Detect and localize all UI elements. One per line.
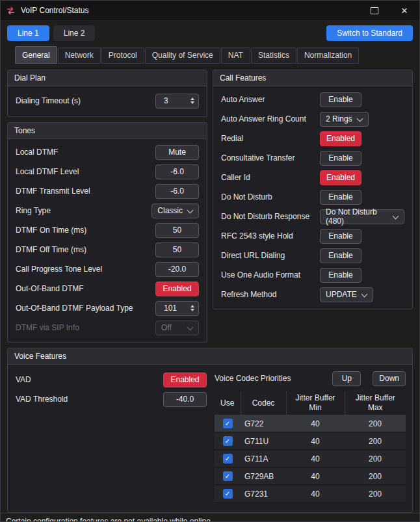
codec-use-checkbox[interactable]: ✓ — [223, 436, 233, 446]
tab-normalization[interactable]: Normalization — [297, 47, 359, 64]
tab-network[interactable]: Network — [58, 47, 101, 64]
voice-features-group: Voice Features VAD Enabled VAD Threshold… — [7, 348, 413, 513]
dnd-response-select[interactable]: Do Not Disturb (480) — [320, 209, 404, 224]
rfc2543-hold-toggle[interactable]: Enable — [320, 229, 361, 244]
codec-table-row[interactable]: ✓ G711U 40 200 — [215, 432, 406, 450]
codec-table-row[interactable]: ✓ G729AB 40 200 — [215, 467, 406, 485]
out-of-band-dtmf-toggle[interactable]: Enabled — [155, 281, 199, 296]
auto-answer-toggle[interactable]: Enable — [320, 92, 361, 107]
auto-answer-ring-count-select[interactable]: 2 Rings — [320, 112, 369, 127]
chevron-down-icon — [187, 324, 194, 330]
spinner-arrows-icon[interactable] — [190, 98, 194, 104]
tab-general[interactable]: General — [15, 46, 57, 64]
codec-table-row[interactable]: ✓ G7231 40 200 — [215, 485, 406, 502]
left-column: Dial Plan Dialing Timeout (s) 3 Tones — [7, 70, 207, 343]
tab-quality-of-service[interactable]: Quality of Service — [145, 47, 220, 64]
refresh-method-row: Refresh Method UPDATE — [221, 285, 404, 304]
window-title: VoIP Control/Status — [21, 6, 89, 15]
do-not-disturb-toggle[interactable]: Enable — [320, 190, 361, 205]
jitter-min-cell: 40 — [286, 432, 345, 450]
codec-use-checkbox[interactable]: ✓ — [223, 489, 233, 499]
select-value: Off — [161, 323, 172, 332]
window-controls: ✕ — [360, 1, 419, 20]
codec-name-cell: G7231 — [241, 485, 286, 502]
codec-name-cell: G711A — [241, 450, 286, 467]
maximize-button[interactable] — [360, 1, 389, 20]
line-1-tab[interactable]: Line 1 — [7, 25, 49, 41]
dnd-response-row: Do Not Disturb Response Do Not Disturb (… — [221, 207, 404, 226]
switch-to-standard-button[interactable]: Switch to Standard — [326, 25, 413, 41]
vad-threshold-field[interactable]: -40.0 — [163, 392, 207, 407]
setting-label: RFC 2543 style Hold — [221, 231, 320, 241]
codec-use-checkbox[interactable]: ✓ — [223, 419, 233, 428]
call-progress-tone-level-field[interactable]: -20.0 — [155, 262, 199, 277]
dtmf-off-time-row: DTMF Off Time (ms) 50 — [16, 240, 199, 259]
titlebar: VoIP Control/Status ✕ — [1, 1, 419, 20]
dtmf-on-time-row: DTMF On Time (ms) 50 — [16, 220, 199, 240]
oob-dtmf-payload-spinner[interactable]: 101 — [155, 301, 199, 316]
codec-up-button[interactable]: Up — [332, 371, 361, 386]
maximize-icon — [371, 7, 378, 14]
setting-label: Do Not Disturb Response — [221, 212, 320, 221]
codec-table-row[interactable]: ✓ G722 40 200 — [215, 415, 406, 433]
codec-name-cell: G711U — [241, 432, 286, 450]
setting-label: Redial — [221, 134, 320, 143]
chevron-down-icon — [356, 115, 363, 122]
redial-row: Redial Enabled — [221, 129, 404, 148]
spinner-arrows-icon[interactable] — [190, 305, 194, 311]
tab-nat[interactable]: NAT — [221, 47, 250, 64]
chevron-down-icon — [393, 213, 399, 219]
voice-codec-priorities-panel: Voice Codec Priorities Up Down Use Codec… — [215, 370, 406, 503]
redial-toggle[interactable]: Enabled — [320, 131, 361, 146]
rfc2543-hold-row: RFC 2543 style Hold Enable — [221, 226, 404, 246]
spinner-value: 3 — [164, 96, 168, 105]
vad-row: VAD Enabled — [16, 370, 207, 389]
setting-label: Do Not Disturb — [221, 192, 320, 202]
voice-features-group-title: Voice Features — [8, 348, 412, 365]
codec-use-checkbox[interactable]: ✓ — [223, 454, 233, 463]
codec-priorities-header-row: Voice Codec Priorities Up Down — [215, 370, 406, 387]
select-value: 2 Rings — [326, 114, 352, 124]
consultative-transfer-toggle[interactable]: Enable — [320, 151, 361, 166]
caller-id-toggle[interactable]: Enabled — [320, 170, 361, 185]
tab-protocol[interactable]: Protocol — [101, 47, 144, 64]
caller-id-row: Caller Id Enabled — [221, 168, 404, 187]
local-dtmf-mute-button[interactable]: Mute — [155, 145, 199, 160]
local-dtmf-level-row: Local DTMF Level -6.0 — [16, 162, 199, 181]
codec-down-button[interactable]: Down — [373, 371, 406, 386]
codec-table: Use Codec Jitter Buffer Min Jitter Buffe… — [215, 391, 406, 503]
line-2-tab[interactable]: Line 2 — [53, 25, 96, 41]
direct-url-dialing-toggle[interactable]: Enable — [320, 248, 361, 263]
column-header-use: Use — [215, 391, 241, 415]
dtmf-on-time-field[interactable]: 50 — [155, 223, 199, 238]
setting-label: Local DTMF Level — [16, 167, 79, 176]
oob-dtmf-payload-type-row: Out-Of-Band DTMF Payload Type 101 — [16, 298, 199, 318]
select-value: UPDATE — [326, 290, 357, 299]
use-one-audio-format-row: Use One Audio Format Enable — [221, 265, 404, 285]
spinner-value: 101 — [164, 304, 177, 313]
vad-toggle[interactable]: Enabled — [163, 372, 207, 387]
codec-table-row[interactable]: ✓ G711A 40 200 — [215, 450, 406, 467]
close-button[interactable]: ✕ — [389, 1, 419, 20]
voip-control-window: VoIP Control/Status ✕ Line 1 Line 2 Swit… — [0, 0, 420, 522]
chevron-down-icon — [187, 207, 194, 213]
jitter-max-cell: 200 — [345, 450, 406, 467]
ring-type-select[interactable]: Classic — [151, 203, 199, 218]
local-dtmf-level-field[interactable]: -6.0 — [155, 164, 199, 179]
dialing-timeout-spinner[interactable]: 3 — [155, 94, 199, 109]
out-of-band-dtmf-row: Out-Of-Band DTMF Enabled — [16, 279, 199, 298]
voice-left-column: VAD Enabled VAD Threshold -40.0 — [16, 370, 207, 503]
dtmf-transmit-level-field[interactable]: -6.0 — [155, 184, 199, 199]
tab-statistics[interactable]: Statistics — [251, 47, 296, 64]
use-one-audio-format-toggle[interactable]: Enable — [320, 268, 361, 283]
tones-group: Tones Local DTMF Mute Local DTMF Level -… — [7, 122, 207, 343]
refresh-method-select[interactable]: UPDATE — [320, 287, 373, 302]
ring-type-row: Ring Type Classic — [16, 201, 199, 220]
setting-label: Out-Of-Band DTMF Payload Type — [16, 304, 133, 313]
dtmf-off-time-field[interactable]: 50 — [155, 242, 199, 257]
dial-plan-group-title: Dial Plan — [8, 70, 207, 86]
general-tab-content: Dial Plan Dialing Timeout (s) 3 Tones — [1, 64, 419, 343]
codec-use-checkbox[interactable]: ✓ — [223, 471, 233, 481]
dialing-timeout-row: Dialing Timeout (s) 3 — [16, 90, 199, 112]
setting-label: VAD Threshold — [16, 395, 68, 404]
